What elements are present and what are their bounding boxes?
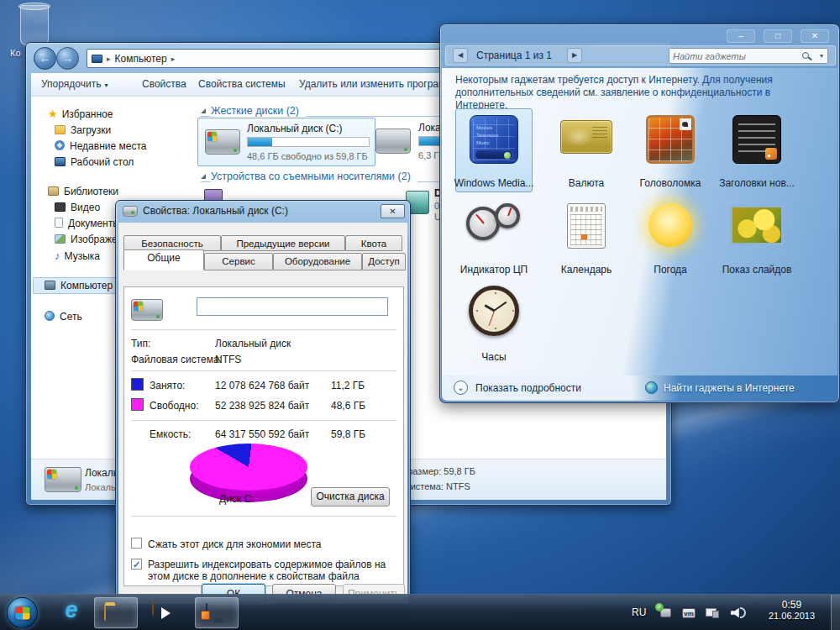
recycle-bin-icon[interactable]	[20, 5, 49, 45]
close-icon: ✕	[389, 207, 396, 216]
address-bar[interactable]: ▸ Компьютер ▸ ▾	[87, 49, 449, 68]
chevron-down-icon[interactable]: ⌄	[454, 381, 468, 395]
disk-c-tile[interactable]: Локальный диск (C:) 48,6 ГБ свободно из …	[197, 118, 375, 166]
breadcrumb[interactable]: Компьютер	[115, 53, 167, 65]
sidebar-item-network[interactable]: Сеть	[45, 311, 82, 323]
properties-button[interactable]: Свойства	[142, 78, 186, 90]
gadget-search-input[interactable]	[673, 50, 790, 62]
gadget-slideshow[interactable]: Показ слайдов	[715, 198, 799, 282]
breadcrumb-arrow-icon: ▸	[107, 55, 111, 63]
puzzle-piece	[680, 118, 691, 130]
windows-flag-icon	[47, 470, 56, 479]
gadget-cpu-meter[interactable]: Индикатор ЦП	[452, 198, 536, 282]
page-next-button[interactable]: ▶	[567, 48, 582, 63]
tab-general[interactable]: Общие	[123, 249, 204, 270]
taskbar-explorer-button[interactable]	[94, 597, 138, 628]
minimize-button[interactable]: –	[727, 29, 755, 43]
disk-cleanup-button[interactable]: Очистка диска	[311, 487, 390, 507]
windows-flag-icon	[134, 302, 143, 311]
vm-tray-icon[interactable]: vm	[682, 608, 696, 618]
sidebar-item-desktop[interactable]: Рабочий стол	[55, 156, 134, 168]
clock-date: 21.06.2013	[760, 611, 823, 621]
disk-c-usage-bar	[247, 137, 370, 147]
internet-explorer-icon: e	[65, 597, 77, 622]
organize-button[interactable]: Упорядочить▾	[41, 78, 108, 90]
forward-button[interactable]: →	[56, 47, 79, 70]
search-dropdown-icon[interactable]: ▾	[820, 52, 823, 60]
fs-label: Файловая система:	[131, 354, 222, 365]
taskbar-ie-button[interactable]: e	[52, 597, 91, 628]
dialog-title-bar[interactable]: Свойства: Локальный диск (C:)	[123, 205, 288, 217]
find-gadgets-online-link[interactable]: Найти гаджеты в Интернете	[664, 382, 795, 394]
sidebar-item-libraries[interactable]: Библиотеки	[48, 186, 118, 197]
tab-sharing[interactable]: Доступ	[362, 253, 406, 270]
gadget-clock[interactable]: Часы	[452, 282, 536, 366]
gadget-windows-media-center[interactable]: Movies Television Music Windows Media...	[452, 112, 536, 196]
tab-service[interactable]: Сервис	[204, 253, 273, 270]
group-header-removable[interactable]: Устройства со съемными носителями (2)	[211, 171, 417, 182]
disk-c-usage-fill	[248, 138, 272, 146]
close-button[interactable]: ✕	[801, 29, 829, 43]
desktop: Ко ← → ▸ Компьютер ▸ ▾ Упорядочить▾ Свой…	[0, 0, 840, 630]
used-legend-swatch	[131, 378, 144, 391]
tab-quota[interactable]: Квота	[345, 235, 402, 251]
tab-previous-versions[interactable]: Предыдущие версии	[221, 235, 345, 251]
taskbar-clock[interactable]: 0:59 21.06.2013	[760, 599, 823, 621]
gadget-currency[interactable]: Валюта	[544, 112, 628, 196]
compress-checkbox[interactable]	[131, 538, 142, 549]
dialog-body: Безопасность Предыдущие версии Квота Общ…	[118, 223, 407, 604]
show-desktop-button[interactable]	[831, 595, 840, 630]
gadget-label: Показ слайдов	[708, 264, 806, 276]
windows-flag-icon	[207, 132, 217, 141]
language-indicator[interactable]: RU	[632, 606, 646, 618]
index-checkbox-label[interactable]: Разрешить индексировать содержимое файло…	[148, 559, 400, 582]
tab-hardware[interactable]: Оборудование	[273, 253, 362, 270]
windows-flag-icon	[15, 606, 29, 619]
system-properties-button[interactable]: Свойства системы	[198, 78, 286, 90]
organize-label: Упорядочить	[41, 78, 101, 90]
taskbar-display-button[interactable]	[195, 597, 239, 628]
gadget-weather[interactable]: Погода	[628, 198, 712, 282]
gadget-puzzle[interactable]: Головоломка	[628, 112, 712, 196]
start-button[interactable]	[7, 597, 38, 628]
back-button[interactable]: ←	[34, 47, 56, 70]
index-checkbox[interactable]: ✓	[131, 559, 142, 570]
clock-icon	[469, 286, 519, 336]
gadget-label: Часы	[445, 351, 543, 363]
sidebar-item-music[interactable]: ♪Музыка	[55, 249, 100, 262]
maximize-button[interactable]: □	[764, 29, 792, 43]
gadget-calendar[interactable]: Календарь	[544, 198, 628, 282]
group-header-hard-disks[interactable]: Жесткие диски (2)	[211, 105, 306, 117]
sidebar-item-documents[interactable]: Документы	[55, 218, 120, 229]
separator	[131, 329, 396, 331]
taskbar-wmp-button[interactable]	[144, 597, 183, 628]
sidebar-label: Музыка	[65, 250, 100, 262]
sidebar-item-video[interactable]: Видео	[55, 202, 100, 213]
hard-drive-icon	[375, 129, 411, 154]
page-prev-button[interactable]: ◀	[453, 48, 468, 63]
disk-c-name: Локальный диск (C:)	[247, 123, 343, 134]
gadget-search-box[interactable]: ▾	[669, 48, 828, 64]
close-button[interactable]: ✕	[381, 204, 405, 218]
network-tray-icon[interactable]	[706, 608, 719, 618]
compress-checkbox-label[interactable]: Сжать этот диск для экономии места	[148, 538, 321, 550]
separator	[131, 516, 396, 517]
globe-icon	[645, 381, 658, 394]
sidebar-item-recent[interactable]: Недавние места	[55, 140, 146, 152]
free-size: 48,6 ГБ	[331, 400, 365, 412]
uninstall-button[interactable]: Удалить или изменить программу	[299, 78, 458, 90]
volume-tray-icon[interactable]	[731, 607, 748, 619]
breadcrumb-arrow-icon: ▸	[171, 55, 176, 63]
sidebar-item-downloads[interactable]: Загрузки	[55, 124, 111, 136]
volume-label-input[interactable]	[197, 297, 388, 316]
gadget-label: Календарь	[538, 264, 635, 276]
hard-drive-icon	[205, 129, 240, 155]
sidebar-label: Недавние места	[70, 140, 146, 152]
sidebar-item-computer[interactable]: Компьютер	[45, 280, 113, 291]
show-details-link[interactable]: Показать подробности	[475, 382, 581, 394]
disk-c-free-text: 48,6 ГБ свободно из 59,8 ГБ	[247, 151, 368, 161]
gadget-news-headlines[interactable]: Заголовки нов...	[715, 112, 799, 196]
group-expand-icon[interactable]	[201, 174, 206, 179]
sidebar-item-favorites[interactable]: ★Избранное	[48, 108, 113, 120]
group-expand-icon[interactable]	[201, 108, 206, 113]
